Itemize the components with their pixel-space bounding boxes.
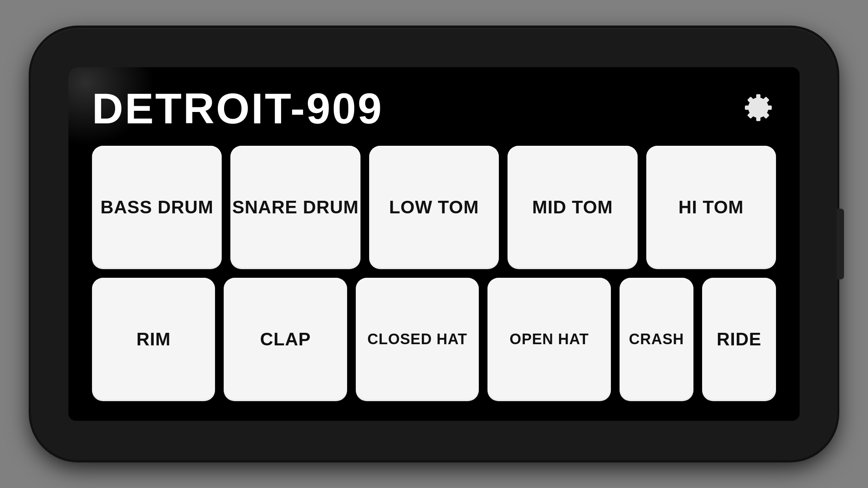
screen-bezel: DETROIT-909 BASS DRUM xyxy=(68,67,800,421)
pad-bass-drum[interactable]: BASS DRUM xyxy=(92,146,222,269)
pad-ride[interactable]: RIDE xyxy=(702,278,776,401)
gear-icon xyxy=(741,90,776,125)
header: DETROIT-909 xyxy=(92,87,776,130)
settings-button[interactable] xyxy=(741,90,776,127)
pad-crash[interactable]: CRASH xyxy=(620,278,693,401)
app-title: DETROIT-909 xyxy=(92,87,383,130)
pad-row-top: BASS DRUM SNARE DRUM LOW TOM MID TOM HI … xyxy=(92,146,776,269)
pad-snare-drum[interactable]: SNARE DRUM xyxy=(230,146,360,269)
pad-mid-tom[interactable]: MID TOM xyxy=(508,146,637,269)
pad-grid: BASS DRUM SNARE DRUM LOW TOM MID TOM HI … xyxy=(92,146,776,401)
pad-closed-hat[interactable]: CLOSED HAT xyxy=(356,278,479,401)
pad-hi-tom[interactable]: HI TOM xyxy=(646,146,776,269)
app-screen: DETROIT-909 BASS DRUM xyxy=(68,67,800,421)
pad-rim[interactable]: RIM xyxy=(92,278,215,401)
device-shell: DETROIT-909 BASS DRUM xyxy=(31,28,837,460)
pad-open-hat[interactable]: OPEN HAT xyxy=(487,278,611,401)
pad-row-bottom: RIM CLAP CLOSED HAT OPEN HAT CRASH xyxy=(92,278,776,401)
pad-low-tom[interactable]: LOW TOM xyxy=(369,146,499,269)
pad-clap[interactable]: CLAP xyxy=(224,278,347,401)
